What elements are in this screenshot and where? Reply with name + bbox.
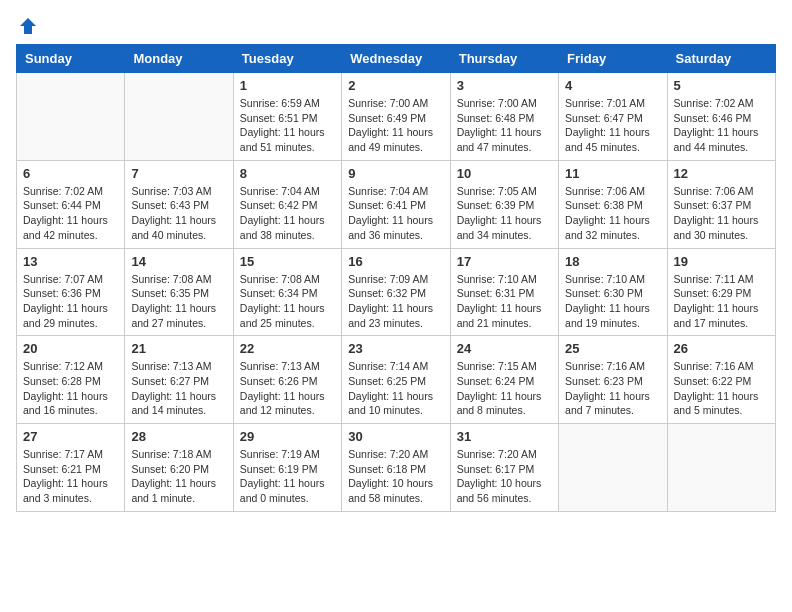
- day-number: 2: [348, 78, 443, 93]
- day-number: 15: [240, 254, 335, 269]
- page-header: [16, 16, 776, 36]
- calendar-day: 3Sunrise: 7:00 AMSunset: 6:48 PMDaylight…: [450, 73, 558, 161]
- day-number: 14: [131, 254, 226, 269]
- day-info: Sunrise: 7:05 AMSunset: 6:39 PMDaylight:…: [457, 184, 552, 243]
- day-info: Sunrise: 7:09 AMSunset: 6:32 PMDaylight:…: [348, 272, 443, 331]
- day-number: 22: [240, 341, 335, 356]
- calendar-week-4: 20Sunrise: 7:12 AMSunset: 6:28 PMDayligh…: [17, 336, 776, 424]
- day-number: 29: [240, 429, 335, 444]
- calendar-day: 13Sunrise: 7:07 AMSunset: 6:36 PMDayligh…: [17, 248, 125, 336]
- logo-icon: [18, 16, 38, 36]
- day-info: Sunrise: 7:18 AMSunset: 6:20 PMDaylight:…: [131, 447, 226, 506]
- svg-marker-0: [20, 18, 36, 34]
- header-wednesday: Wednesday: [342, 45, 450, 73]
- calendar-day: 31Sunrise: 7:20 AMSunset: 6:17 PMDayligh…: [450, 424, 558, 512]
- day-number: 9: [348, 166, 443, 181]
- calendar-day: 19Sunrise: 7:11 AMSunset: 6:29 PMDayligh…: [667, 248, 775, 336]
- calendar-day: 27Sunrise: 7:17 AMSunset: 6:21 PMDayligh…: [17, 424, 125, 512]
- calendar-day: [17, 73, 125, 161]
- day-number: 13: [23, 254, 118, 269]
- day-info: Sunrise: 7:08 AMSunset: 6:34 PMDaylight:…: [240, 272, 335, 331]
- calendar-day: 10Sunrise: 7:05 AMSunset: 6:39 PMDayligh…: [450, 160, 558, 248]
- calendar-day: 29Sunrise: 7:19 AMSunset: 6:19 PMDayligh…: [233, 424, 341, 512]
- day-number: 3: [457, 78, 552, 93]
- day-number: 19: [674, 254, 769, 269]
- day-number: 6: [23, 166, 118, 181]
- day-number: 12: [674, 166, 769, 181]
- day-info: Sunrise: 7:17 AMSunset: 6:21 PMDaylight:…: [23, 447, 118, 506]
- calendar-day: 8Sunrise: 7:04 AMSunset: 6:42 PMDaylight…: [233, 160, 341, 248]
- day-number: 23: [348, 341, 443, 356]
- calendar-day: 15Sunrise: 7:08 AMSunset: 6:34 PMDayligh…: [233, 248, 341, 336]
- day-info: Sunrise: 7:16 AMSunset: 6:23 PMDaylight:…: [565, 359, 660, 418]
- calendar-day: 1Sunrise: 6:59 AMSunset: 6:51 PMDaylight…: [233, 73, 341, 161]
- calendar-day: 12Sunrise: 7:06 AMSunset: 6:37 PMDayligh…: [667, 160, 775, 248]
- calendar-day: 11Sunrise: 7:06 AMSunset: 6:38 PMDayligh…: [559, 160, 667, 248]
- day-info: Sunrise: 7:06 AMSunset: 6:38 PMDaylight:…: [565, 184, 660, 243]
- calendar-day: 17Sunrise: 7:10 AMSunset: 6:31 PMDayligh…: [450, 248, 558, 336]
- day-number: 27: [23, 429, 118, 444]
- day-info: Sunrise: 7:02 AMSunset: 6:44 PMDaylight:…: [23, 184, 118, 243]
- day-info: Sunrise: 7:11 AMSunset: 6:29 PMDaylight:…: [674, 272, 769, 331]
- calendar-day: 28Sunrise: 7:18 AMSunset: 6:20 PMDayligh…: [125, 424, 233, 512]
- calendar-day: 7Sunrise: 7:03 AMSunset: 6:43 PMDaylight…: [125, 160, 233, 248]
- day-info: Sunrise: 7:02 AMSunset: 6:46 PMDaylight:…: [674, 96, 769, 155]
- day-number: 26: [674, 341, 769, 356]
- header-monday: Monday: [125, 45, 233, 73]
- day-number: 16: [348, 254, 443, 269]
- day-info: Sunrise: 7:15 AMSunset: 6:24 PMDaylight:…: [457, 359, 552, 418]
- calendar-day: 26Sunrise: 7:16 AMSunset: 6:22 PMDayligh…: [667, 336, 775, 424]
- day-number: 5: [674, 78, 769, 93]
- header-sunday: Sunday: [17, 45, 125, 73]
- calendar-day: 20Sunrise: 7:12 AMSunset: 6:28 PMDayligh…: [17, 336, 125, 424]
- calendar-day: 4Sunrise: 7:01 AMSunset: 6:47 PMDaylight…: [559, 73, 667, 161]
- day-number: 10: [457, 166, 552, 181]
- day-info: Sunrise: 7:12 AMSunset: 6:28 PMDaylight:…: [23, 359, 118, 418]
- day-info: Sunrise: 7:08 AMSunset: 6:35 PMDaylight:…: [131, 272, 226, 331]
- calendar-day: [559, 424, 667, 512]
- day-info: Sunrise: 7:03 AMSunset: 6:43 PMDaylight:…: [131, 184, 226, 243]
- day-number: 18: [565, 254, 660, 269]
- day-info: Sunrise: 7:16 AMSunset: 6:22 PMDaylight:…: [674, 359, 769, 418]
- calendar-day: 6Sunrise: 7:02 AMSunset: 6:44 PMDaylight…: [17, 160, 125, 248]
- calendar-day: 9Sunrise: 7:04 AMSunset: 6:41 PMDaylight…: [342, 160, 450, 248]
- calendar-day: 2Sunrise: 7:00 AMSunset: 6:49 PMDaylight…: [342, 73, 450, 161]
- day-info: Sunrise: 7:13 AMSunset: 6:27 PMDaylight:…: [131, 359, 226, 418]
- day-number: 4: [565, 78, 660, 93]
- day-number: 30: [348, 429, 443, 444]
- calendar-day: [125, 73, 233, 161]
- calendar-day: 16Sunrise: 7:09 AMSunset: 6:32 PMDayligh…: [342, 248, 450, 336]
- day-number: 28: [131, 429, 226, 444]
- header-tuesday: Tuesday: [233, 45, 341, 73]
- calendar-day: 5Sunrise: 7:02 AMSunset: 6:46 PMDaylight…: [667, 73, 775, 161]
- header-friday: Friday: [559, 45, 667, 73]
- day-number: 21: [131, 341, 226, 356]
- calendar-header-row: SundayMondayTuesdayWednesdayThursdayFrid…: [17, 45, 776, 73]
- day-number: 11: [565, 166, 660, 181]
- header-thursday: Thursday: [450, 45, 558, 73]
- day-info: Sunrise: 7:14 AMSunset: 6:25 PMDaylight:…: [348, 359, 443, 418]
- day-info: Sunrise: 6:59 AMSunset: 6:51 PMDaylight:…: [240, 96, 335, 155]
- calendar-day: 25Sunrise: 7:16 AMSunset: 6:23 PMDayligh…: [559, 336, 667, 424]
- calendar-day: 23Sunrise: 7:14 AMSunset: 6:25 PMDayligh…: [342, 336, 450, 424]
- calendar-table: SundayMondayTuesdayWednesdayThursdayFrid…: [16, 44, 776, 512]
- day-number: 8: [240, 166, 335, 181]
- day-info: Sunrise: 7:00 AMSunset: 6:48 PMDaylight:…: [457, 96, 552, 155]
- day-number: 25: [565, 341, 660, 356]
- day-number: 31: [457, 429, 552, 444]
- day-info: Sunrise: 7:06 AMSunset: 6:37 PMDaylight:…: [674, 184, 769, 243]
- header-saturday: Saturday: [667, 45, 775, 73]
- calendar-day: 24Sunrise: 7:15 AMSunset: 6:24 PMDayligh…: [450, 336, 558, 424]
- day-info: Sunrise: 7:13 AMSunset: 6:26 PMDaylight:…: [240, 359, 335, 418]
- day-info: Sunrise: 7:20 AMSunset: 6:18 PMDaylight:…: [348, 447, 443, 506]
- day-info: Sunrise: 7:10 AMSunset: 6:31 PMDaylight:…: [457, 272, 552, 331]
- calendar-day: 14Sunrise: 7:08 AMSunset: 6:35 PMDayligh…: [125, 248, 233, 336]
- day-info: Sunrise: 7:04 AMSunset: 6:42 PMDaylight:…: [240, 184, 335, 243]
- day-number: 20: [23, 341, 118, 356]
- calendar-week-1: 1Sunrise: 6:59 AMSunset: 6:51 PMDaylight…: [17, 73, 776, 161]
- day-info: Sunrise: 7:00 AMSunset: 6:49 PMDaylight:…: [348, 96, 443, 155]
- calendar-week-5: 27Sunrise: 7:17 AMSunset: 6:21 PMDayligh…: [17, 424, 776, 512]
- logo: [16, 16, 38, 36]
- day-info: Sunrise: 7:10 AMSunset: 6:30 PMDaylight:…: [565, 272, 660, 331]
- day-number: 1: [240, 78, 335, 93]
